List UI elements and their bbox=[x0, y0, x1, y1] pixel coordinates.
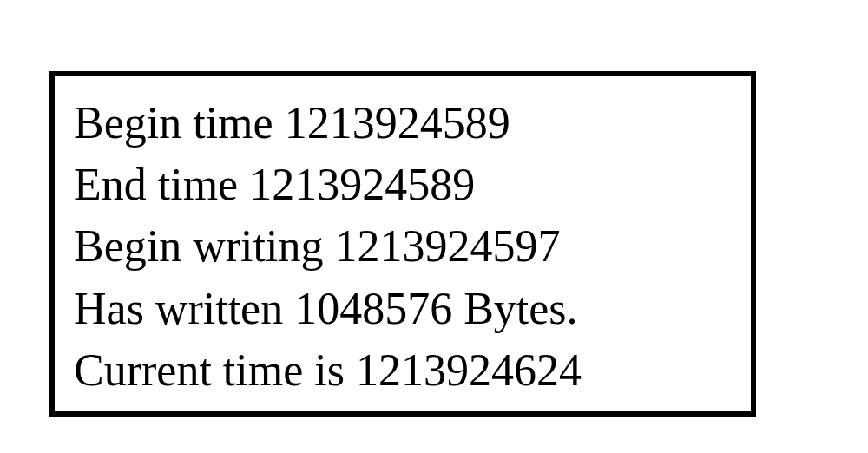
log-line-begin-writing: Begin writing 1213924597 bbox=[74, 215, 732, 277]
output-box: Begin time 1213924589 End time 121392458… bbox=[49, 71, 756, 417]
log-line-end-time: End time 1213924589 bbox=[74, 154, 732, 215]
log-line-current-time: Current time is 1213924624 bbox=[74, 339, 732, 401]
log-line-has-written: Has written 1048576 Bytes. bbox=[74, 278, 732, 339]
log-line-begin-time: Begin time 1213924589 bbox=[74, 92, 732, 154]
